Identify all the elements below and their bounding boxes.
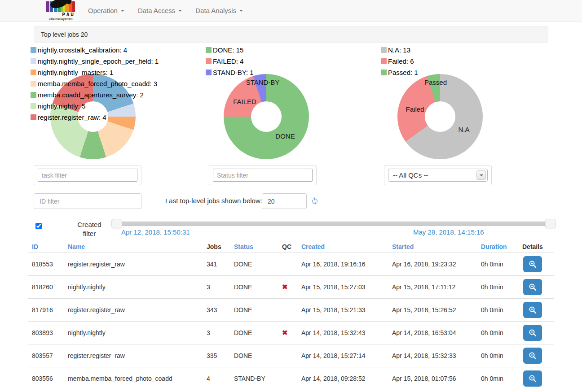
- details-button[interactable]: [523, 325, 542, 341]
- cell-created: Apr 15, 2018, 15:21:33: [298, 299, 388, 322]
- cell-name: memba.memba_forced_photo_coadd: [64, 367, 203, 390]
- cell-created: Apr 14, 2018, 15:27:14: [298, 344, 388, 367]
- legend-item[interactable]: Failed: 6: [381, 56, 418, 67]
- legend-label: N.A: 13: [388, 46, 410, 54]
- created-label-line2: filter: [73, 229, 106, 238]
- cell-jobs: 4: [203, 367, 230, 390]
- cell-jobs: 341: [203, 253, 230, 276]
- column-header-created[interactable]: Created: [298, 241, 388, 253]
- legend-item[interactable]: DONE: 15: [206, 44, 254, 56]
- magnifier-plus-icon: [528, 305, 537, 314]
- cell-details: [519, 322, 554, 344]
- cell-name: register.register_raw: [64, 299, 203, 322]
- slider-end-date: May 28, 2018, 14:15:16: [413, 228, 484, 236]
- menu-label: Data Analysis: [195, 7, 236, 14]
- column-header-started[interactable]: Started: [388, 241, 477, 253]
- details-button[interactable]: [523, 256, 542, 272]
- cell-qc: ✖: [278, 276, 298, 299]
- last-jobs-input[interactable]: [262, 193, 307, 209]
- cell-duration: 0h 0min: [477, 299, 519, 322]
- created-filter-row: Created filter Apr 12, 2018, 15:50:31 Ma…: [28, 219, 554, 240]
- qc-chart-legend: N.A: 13Failed: 6Passed: 1: [381, 44, 418, 78]
- task-filter-input[interactable]: [38, 169, 137, 182]
- cell-id: 817916: [28, 299, 64, 322]
- legend-item[interactable]: memba.coadd_apertures_survey: 2: [31, 89, 159, 100]
- id-row: Last top-level jobs shown below:: [28, 193, 554, 209]
- cell-status: STAND-BY: [230, 367, 278, 390]
- id-filter-input[interactable]: [34, 193, 141, 209]
- menu-data-analysis[interactable]: Data Analysis: [189, 0, 250, 22]
- details-button[interactable]: [523, 279, 542, 295]
- chevron-down-icon: [480, 174, 483, 176]
- slider-track[interactable]: [111, 222, 556, 226]
- details-button[interactable]: [523, 302, 542, 318]
- cell-status: DONE: [230, 344, 278, 367]
- menu-operation[interactable]: Operation: [81, 0, 131, 22]
- legend-item[interactable]: Passed: 1: [381, 67, 418, 78]
- cell-jobs: 335: [203, 344, 230, 367]
- details-button[interactable]: [523, 370, 542, 387]
- refresh-button[interactable]: [311, 197, 319, 206]
- logo-subtitle: data management: [46, 17, 75, 20]
- legend-item[interactable]: nightly.nightly_masters: 1: [31, 67, 159, 78]
- legend-swatch: [31, 103, 36, 109]
- legend-label: nightly.nightly: 5: [38, 102, 85, 110]
- magnifier-plus-icon: [528, 328, 537, 337]
- table-header-row: IDNameJobsStatusQCCreatedStartedDuration…: [28, 241, 554, 253]
- cell-name: register.register_raw: [64, 344, 203, 367]
- legend-item[interactable]: nightly.crosstalk_calibration: 4: [31, 44, 159, 56]
- task-filter-panel: [34, 165, 141, 185]
- cell-duration: 0h 0min: [477, 276, 519, 299]
- created-date-slider: [111, 219, 556, 229]
- details-button[interactable]: [523, 348, 542, 364]
- column-header-status[interactable]: Status: [230, 241, 278, 253]
- qc-select[interactable]: -- All QCs --: [388, 169, 488, 182]
- legend-item[interactable]: FAILED: 4: [206, 56, 254, 67]
- status-chart-pie[interactable]: [224, 74, 309, 159]
- cell-id: 818553: [28, 253, 64, 276]
- column-header-details: Details: [519, 241, 554, 253]
- jobs-table: IDNameJobsStatusQCCreatedStartedDuration…: [28, 241, 554, 390]
- table-row: 803557register.register_raw335DONEApr 14…: [28, 344, 554, 367]
- column-header-duration[interactable]: Duration: [477, 241, 519, 253]
- cell-created: Apr 15, 2018, 15:27:03: [298, 276, 388, 299]
- column-header-name[interactable]: Name: [64, 241, 203, 253]
- qc-select-arrow-button[interactable]: [476, 170, 486, 180]
- legend-item[interactable]: nightly.nightly: 5: [31, 100, 159, 112]
- chevron-down-icon: [239, 10, 243, 12]
- column-header-id[interactable]: ID: [28, 241, 64, 253]
- menu-data-access[interactable]: Data Access: [131, 0, 189, 22]
- magnifier-plus-icon: [528, 351, 537, 360]
- slice-label: FAILED: [233, 98, 256, 105]
- menu-label: Data Access: [138, 7, 175, 14]
- qc-chart: N.A: 13Failed: 6Passed: 1N.AFailedPassed: [379, 44, 554, 164]
- legend-item[interactable]: N.A: 13: [381, 44, 418, 56]
- last-jobs-label: Last top-level jobs shown below:: [165, 197, 262, 205]
- legend-swatch: [381, 47, 387, 53]
- status-chart: DONE: 15FAILED: 4STAND-BY: 1DONEFAILEDST…: [203, 44, 379, 164]
- pau-logo-image: [46, 1, 75, 12]
- logo-title: PAU: [46, 13, 75, 17]
- cell-started: Apr 14, 2018, 15:32:33: [388, 344, 477, 367]
- task-chart: nightly.crosstalk_calibration: 4nightly.…: [28, 44, 203, 164]
- legend-item[interactable]: memba.memba_forced_photo_coadd: 3: [31, 78, 159, 89]
- legend-item[interactable]: nightly.nightly_single_epoch_per_field: …: [31, 56, 159, 67]
- legend-swatch: [381, 58, 387, 64]
- slice-label: Failed: [406, 105, 424, 113]
- pau-logo[interactable]: PAU data management: [46, 1, 75, 20]
- cell-status: DONE: [230, 299, 278, 322]
- legend-swatch: [206, 47, 212, 53]
- chevron-down-icon: [121, 10, 124, 12]
- legend-label: Passed: 1: [388, 69, 418, 76]
- status-filter-input[interactable]: [213, 169, 313, 182]
- slider-handle-left[interactable]: [111, 219, 122, 228]
- slider-handle-right[interactable]: [545, 219, 556, 228]
- created-filter-checkbox[interactable]: [35, 223, 42, 229]
- cell-qc: ✖: [278, 322, 298, 344]
- qc-chart-pie[interactable]: [397, 74, 483, 159]
- legend-swatch: [31, 70, 36, 75]
- legend-item[interactable]: register.register_raw: 4: [31, 112, 159, 123]
- legend-item[interactable]: STAND-BY: 1: [206, 67, 254, 78]
- cell-name: register.register_raw: [64, 253, 203, 276]
- cell-id: 818260: [28, 276, 64, 299]
